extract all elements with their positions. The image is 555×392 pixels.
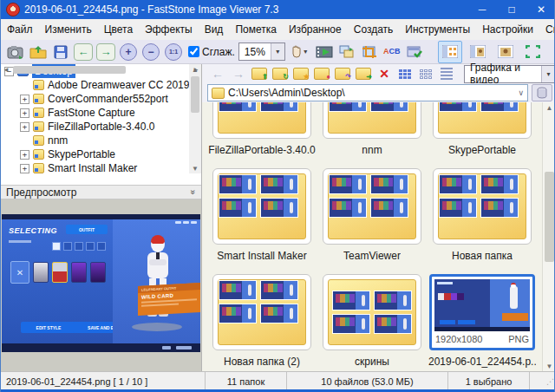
tree-item[interactable]: + FastStone Capture: [1, 106, 190, 120]
tree-item[interactable]: + SkypePortable: [1, 147, 190, 161]
nav-forward-button[interactable]: →: [228, 65, 249, 82]
preview-panel-header[interactable]: Предпросмотр »: [1, 185, 201, 199]
expander-icon[interactable]: +: [20, 95, 29, 104]
menu-item[interactable]: Файл: [1, 21, 39, 38]
thumbnail-card[interactable]: [433, 168, 532, 245]
window-title: 2019-06-01_224454.png - FastStone Image …: [24, 3, 278, 16]
next-image-button[interactable]: →: [95, 42, 117, 62]
crop-button[interactable]: [358, 42, 381, 62]
thumbnail-item[interactable]: Smart Install Maker: [208, 168, 316, 262]
thumbnail-item[interactable]: Новая папка (2): [208, 274, 316, 368]
favorites-folder-button[interactable]: ★: [291, 65, 311, 82]
maximize-button[interactable]: □: [497, 0, 526, 19]
thumbnail-card[interactable]: [212, 168, 311, 245]
nav-back-button[interactable]: ←: [207, 65, 228, 82]
prev-image-button[interactable]: ←: [72, 42, 95, 62]
menu-item[interactable]: Пометка: [229, 21, 283, 38]
big-folder-icon: [328, 173, 416, 239]
thumbnail-view-button[interactable]: [395, 65, 415, 82]
save-button[interactable]: [49, 42, 72, 62]
thumbnail-item[interactable]: SkypePortable: [428, 102, 536, 156]
view-browser-button[interactable]: [438, 41, 462, 63]
list-view-button[interactable]: [436, 65, 457, 82]
open-folder-button[interactable]: [27, 42, 49, 62]
view-fullwindow-button[interactable]: [493, 41, 518, 63]
tree-vscrollbar[interactable]: ▲ ▼: [189, 64, 201, 173]
close-button[interactable]: ✕: [526, 0, 555, 19]
smooth-checkbox[interactable]: [188, 46, 199, 57]
collapse-chevron-icon[interactable]: »: [189, 190, 199, 195]
menu-item[interactable]: Изменить: [39, 21, 98, 38]
menu-item[interactable]: Избранное: [283, 21, 348, 38]
thumbnail-card[interactable]: [323, 168, 421, 245]
expander-icon[interactable]: +: [20, 150, 29, 160]
thumbnail-item[interactable]: nnm: [318, 102, 426, 156]
file-filter-combobox[interactable]: Графика и видео ▾: [464, 65, 555, 83]
thumbnail-card[interactable]: [323, 102, 421, 139]
mini-screenshot: [332, 314, 370, 334]
tree-item[interactable]: Adobe Dreamweaver CC 2019 19.1.0: [1, 78, 190, 92]
thumbnail-card[interactable]: 1920x1080 PNG: [429, 274, 535, 350]
move-to-folder-button[interactable]: ➜: [353, 65, 374, 82]
refresh-folder-button[interactable]: ↻: [270, 65, 291, 82]
hand-tool-button[interactable]: ▾: [285, 42, 313, 62]
slideshow-button[interactable]: [313, 42, 336, 62]
thumbnail-card[interactable]: [323, 274, 421, 350]
resize-grip[interactable]: ⋰: [530, 372, 555, 390]
fullscreen-button[interactable]: [521, 41, 545, 63]
zoom-out-button[interactable]: −: [140, 42, 162, 62]
tree-item[interactable]: + FileZillaPortable-3.40.0: [1, 120, 190, 134]
compare-button[interactable]: [336, 42, 358, 62]
menu-item[interactable]: Настройки: [476, 21, 539, 38]
menu-item[interactable]: Инструменты: [399, 21, 476, 38]
minimize-button[interactable]: ─: [467, 0, 497, 19]
folder-up-button[interactable]: ⬆: [249, 65, 270, 82]
thumbnail-item[interactable]: TeamViewer: [318, 168, 426, 262]
recycle-bin-button[interactable]: [532, 84, 552, 101]
menu-item[interactable]: Цвета: [98, 21, 139, 38]
menu-item[interactable]: Вид: [199, 21, 230, 38]
zoom-dropdown-icon[interactable]: ▾: [271, 43, 284, 60]
address-dropdown-icon[interactable]: ∨: [518, 88, 524, 97]
scroll-up-icon[interactable]: ▲: [543, 102, 555, 113]
thumbnail-item[interactable]: скрины: [318, 274, 426, 368]
thumbnail-item[interactable]: FileZillaPortable-3.40.0: [208, 102, 316, 156]
expander-icon[interactable]: +: [20, 122, 29, 132]
batch-convert-button[interactable]: [403, 42, 426, 62]
scroll-right-icon[interactable]: ►: [191, 64, 201, 75]
hand-dropdown-icon[interactable]: ▾: [304, 48, 307, 56]
actual-size-button[interactable]: 1:1: [162, 42, 185, 62]
tag-folder-button[interactable]: ●: [311, 65, 332, 82]
scroll-down-icon[interactable]: ▼: [189, 163, 201, 173]
thumbnail-card[interactable]: [212, 274, 311, 350]
image-hud-text: [175, 221, 197, 224]
view-split-button[interactable]: [466, 41, 490, 63]
folder-preview-grid: [332, 291, 412, 334]
thumbnail-card[interactable]: [433, 102, 532, 139]
delete-button[interactable]: ✕: [374, 65, 395, 82]
filter-dropdown-icon[interactable]: ▾: [541, 66, 555, 82]
scroll-down-icon[interactable]: ▼: [543, 361, 555, 371]
batch-rename-button[interactable]: ACB: [381, 42, 403, 62]
zoom-in-button[interactable]: +: [117, 42, 140, 62]
address-input[interactable]: C:\Users\Admin\Desktop\ ∨: [207, 84, 528, 101]
expander-icon[interactable]: +: [20, 164, 29, 173]
acquire-button[interactable]: [4, 42, 27, 62]
thumbnail-vscrollbar[interactable]: ▲ ▼: [542, 102, 555, 371]
zoom-combobox[interactable]: 15% ▾: [238, 42, 285, 61]
thumbnail-item[interactable]: Новая папка: [428, 168, 536, 262]
tree-item[interactable]: + Smart Install Maker: [1, 161, 190, 173]
tree-item[interactable]: nnm: [1, 134, 190, 147]
copy-to-folder-button[interactable]: ↷: [332, 65, 353, 82]
menu-item[interactable]: Эффекты: [139, 21, 199, 38]
detail-view-button[interactable]: [415, 65, 436, 82]
expander-icon[interactable]: +: [20, 108, 29, 118]
tree-item[interactable]: + CoverCommander552port: [1, 92, 190, 106]
mini-screenshot: [370, 102, 408, 112]
scroll-left-icon[interactable]: ◄: [1, 64, 11, 75]
thumbnail-card[interactable]: [212, 102, 311, 139]
main-toolbar: ← → + − 1:1 Сглаж. 15% ▾ ▾ ACB: [1, 40, 555, 64]
thumbnail-item[interactable]: 1920x1080 PNG 2019-06-01_224454.p...: [428, 274, 536, 368]
menu-item[interactable]: Справка: [539, 21, 555, 38]
menu-item[interactable]: Создать: [348, 21, 400, 38]
